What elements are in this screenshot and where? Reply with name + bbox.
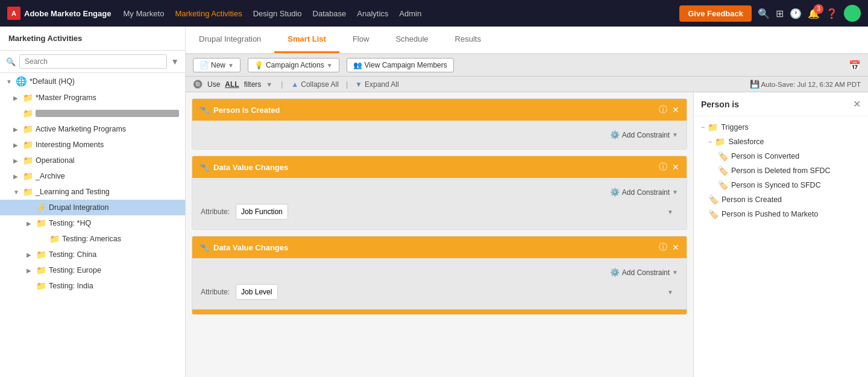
campaign-actions-button[interactable]: 💡 Campaign Actions ▼ [248, 58, 339, 72]
filter-card-header-2: 🔧 Data Value Changes ⓘ ✕ [192, 156, 687, 178]
bar-sep: | [346, 80, 348, 89]
help-icon[interactable]: ❓ [826, 8, 838, 19]
filter-card-data-value-2: 🔧 Data Value Changes ⓘ ✕ ⚙️ Add Cons [192, 236, 687, 315]
search-icon[interactable]: 🔍 [758, 8, 770, 19]
sidebar-item-operational[interactable]: ▶ 📁 Operational [0, 153, 185, 168]
add-constraint-button-2[interactable]: ⚙️ Add Constraint ▼ [610, 188, 678, 197]
constraint-chevron-icon-2: ▼ [672, 189, 678, 195]
sidebar-item-label: Interesting Moments [36, 141, 179, 149]
tab-smart-list[interactable]: Smart List [274, 27, 339, 53]
sidebar-item-label: _Archive [36, 172, 179, 180]
sidebar-item-testing-europe[interactable]: ▶ 📁 Testing: Europe [0, 262, 185, 278]
sidebar-item-label: Active Marketing Programs [36, 125, 179, 133]
notif-badge: 3 [814, 4, 823, 14]
sidebar-item-testing-china[interactable]: ▶ 📁 Testing: China [0, 247, 185, 262]
card-header-right: ⓘ ✕ [659, 104, 679, 115]
right-panel-title: Person is [701, 100, 739, 109]
card-info-button-2[interactable]: ⓘ [659, 162, 667, 173]
folder-icon: 📁 [23, 109, 33, 118]
add-constraint-button-1[interactable]: ⚙️ Add Constraint ▼ [610, 130, 678, 139]
sidebar-item-interesting-moments[interactable]: ▶ 📁 Interesting Moments [0, 137, 185, 153]
sidebar-item-testing-hq[interactable]: ▶ 📁 Testing: *HQ [0, 215, 185, 231]
rp-item-person-synced[interactable]: 🏷️ Person is Synced to SFDC [694, 178, 868, 192]
sidebar-item-learning-testing[interactable]: ▼ 📁 _Learning and Testing [0, 184, 185, 200]
tab-drupal-integration[interactable]: Drupal Integration [186, 27, 274, 53]
collapse-all-button[interactable]: ▲ Collapse All [291, 80, 339, 89]
filters-panel: 🔧 Person is Created ⓘ ✕ ⚙️ Add Const [186, 92, 693, 377]
expand-arrow: ▶ [27, 267, 34, 274]
filter-icon[interactable]: ▼ [171, 57, 179, 66]
auto-save-label: Auto-Save: Jul 12, 6:32 AM PDT [761, 81, 861, 88]
nav-design-studio[interactable]: Design Studio [253, 9, 302, 18]
sidebar-search-icon: 🔍 [6, 57, 16, 66]
rp-item-triggers[interactable]: − 📁 Triggers [694, 120, 868, 135]
sidebar-item-archive[interactable]: ▶ 📁 _Archive [0, 168, 185, 184]
expand-arrow: ▶ [27, 252, 34, 258]
sidebar-title: Marketing Activities [0, 27, 185, 51]
app-title: Adobe Marketo Engage [24, 9, 111, 18]
add-constraint-button-3[interactable]: ⚙️ Add Constraint ▼ [610, 268, 678, 277]
calendar-icon[interactable]: 📅 [849, 60, 861, 71]
tab-results[interactable]: Results [442, 27, 494, 53]
sidebar-item-testing-americas[interactable]: 📁 Testing: Americas [0, 231, 185, 247]
expand-all-button[interactable]: ▼ Expand All [355, 80, 399, 89]
attribute-select-1[interactable]: Job Function [236, 204, 288, 220]
card-close-button-1[interactable]: ✕ [672, 105, 679, 115]
sidebar-item-master-programs[interactable]: ▶ 📁 *Master Programs [0, 90, 185, 106]
card-info-button-1[interactable]: ⓘ [659, 104, 667, 115]
members-icon: 👥 [353, 61, 362, 69]
sidebar-item-bar[interactable]: 📁 [0, 106, 185, 121]
sidebar-item-default-hq[interactable]: ▼ 🌐 *Default (HQ) [0, 73, 185, 90]
card-title-1: Person is Created [213, 106, 280, 115]
rp-item-label-deleted: Person is Deleted from SFDC [731, 166, 831, 175]
rp-item-salesforce[interactable]: − 📁 Salesforce [694, 135, 868, 149]
clock-icon[interactable]: 🕐 [790, 8, 802, 19]
logo[interactable]: A Adobe Marketo Engage [7, 7, 111, 20]
tab-flow[interactable]: Flow [339, 27, 382, 53]
grid-icon[interactable]: ⊞ [776, 8, 784, 19]
sidebar-item-label: Drupal Integration [49, 203, 179, 212]
card-close-button-2[interactable]: ✕ [672, 162, 679, 172]
folder-yellow-icon-2: 📁 [715, 137, 725, 147]
rp-item-person-created[interactable]: 🏷️ Person is Created [694, 192, 868, 207]
right-panel-header: Person is ✕ [694, 92, 868, 116]
user-avatar[interactable] [844, 5, 861, 22]
view-members-button[interactable]: 👥 View Campaign Members [347, 58, 454, 72]
nav-my-marketo[interactable]: My Marketo [123, 9, 164, 18]
rp-item-person-deleted[interactable]: 🏷️ Person is Deleted from SFDC [694, 163, 868, 178]
new-button[interactable]: 📄 New ▼ [193, 58, 241, 72]
attribute-select-2[interactable]: Job Level [236, 284, 278, 300]
feedback-button[interactable]: Give Feedback [679, 5, 752, 22]
add-constraint-label-2: Add Constraint [622, 188, 670, 197]
filters-text: filters [244, 80, 262, 89]
tab-schedule[interactable]: Schedule [382, 27, 441, 53]
filter-chevron-icon[interactable]: ▼ [266, 81, 272, 88]
card-close-button-3[interactable]: ✕ [672, 242, 679, 252]
right-panel-close-button[interactable]: ✕ [853, 98, 861, 110]
expand-arrow: ▼ [13, 189, 20, 195]
filter-card-body-1: ⚙️ Add Constraint ▼ [192, 121, 687, 149]
sidebar-item-active-marketing[interactable]: ▶ 📁 Active Marketing Programs [0, 121, 185, 137]
nav-admin[interactable]: Admin [399, 9, 421, 18]
nav-analytics[interactable]: Analytics [357, 9, 388, 18]
card-info-button-3[interactable]: ⓘ [659, 242, 667, 253]
smart-list-body: 🔧 Person is Created ⓘ ✕ ⚙️ Add Const [186, 92, 868, 377]
notifications[interactable]: 🔔 3 [808, 8, 820, 19]
filter-card-header-3: 🔧 Data Value Changes ⓘ ✕ [192, 236, 687, 258]
nav-database[interactable]: Database [313, 9, 347, 18]
rp-item-person-converted[interactable]: 🏷️ Person is Converted [694, 149, 868, 163]
folder-icon: 📁 [49, 234, 60, 244]
all-text: ALL [225, 80, 239, 89]
nav-marketing-activities[interactable]: Marketing Activities [175, 9, 242, 18]
sidebar-item-label: Testing: *HQ [49, 219, 179, 227]
constraint-chevron-icon-3: ▼ [672, 269, 678, 276]
folder-icon: 📁 [23, 93, 33, 103]
sidebar-item-testing-india[interactable]: 📁 Testing: India [0, 278, 185, 294]
rp-item-person-pushed[interactable]: 🏷️ Person is Pushed to Marketo [694, 207, 868, 221]
save-icon: 💾 [750, 80, 760, 89]
filter-card-header-1: 🔧 Person is Created ⓘ ✕ [192, 99, 687, 121]
auto-save-status: 💾 Auto-Save: Jul 12, 6:32 AM PDT [750, 80, 861, 89]
search-input[interactable] [19, 54, 167, 69]
sidebar-item-drupal-integration[interactable]: ⚡ Drupal Integration [0, 200, 185, 215]
top-nav: A Adobe Marketo Engage My Marketo Market… [0, 0, 868, 27]
